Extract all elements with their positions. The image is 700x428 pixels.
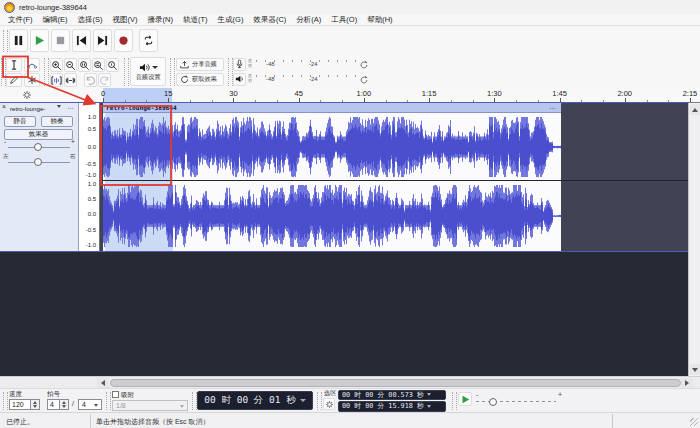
draw-tool-button[interactable]: [6, 73, 22, 87]
scroll-up-button[interactable]: [690, 104, 700, 115]
scale-label: 0.5: [88, 196, 96, 202]
skip-to-start-button[interactable]: [72, 29, 91, 52]
get-effects-button[interactable]: 获取效果: [176, 73, 224, 86]
zoom-fit-selection-button[interactable]: [78, 58, 91, 72]
snap-checkbox[interactable]: [112, 391, 119, 398]
audio-setup-button[interactable]: 音频设置: [130, 57, 166, 86]
selection-start-field[interactable]: 00 时 00 分 00.573 秒: [338, 390, 446, 401]
menu-item-0[interactable]: 文件(F): [3, 15, 38, 25]
timeline-ruler[interactable]: 01530451:001:151:301:452:002:15: [0, 88, 700, 103]
multi-tool-button[interactable]: [24, 73, 40, 87]
timesig-spinner[interactable]: [60, 399, 69, 410]
clip-menu-button[interactable]: …: [549, 104, 557, 110]
audio-track[interactable]: × retro-lounge- … 静音 独奏 效果器 - + 左 右 1.00…: [0, 103, 688, 251]
effects-button[interactable]: 效果器: [4, 129, 73, 140]
selection-end-field[interactable]: 00 时 00 分 15.918 秒: [338, 401, 446, 412]
ruler-tick-label: 0: [101, 89, 105, 98]
scroll-down-button[interactable]: [690, 364, 700, 375]
ruler-tick-minor: [603, 100, 604, 102]
play-button[interactable]: [30, 29, 49, 52]
envelope-tool-button[interactable]: [24, 58, 40, 72]
timesig-upper-input[interactable]: 4: [47, 399, 60, 410]
solo-button[interactable]: 独奏: [41, 116, 73, 127]
pan-slider-knob[interactable]: [34, 158, 42, 166]
gain-slider-knob[interactable]: [34, 143, 42, 151]
menu-item-3[interactable]: 视图(V): [108, 15, 143, 25]
redo-button[interactable]: [98, 73, 111, 87]
tempo-input[interactable]: 120: [9, 399, 31, 410]
menu-item-9[interactable]: 工具(O): [326, 15, 362, 25]
toolbar-grip[interactable]: [44, 58, 49, 86]
arrow-left-icon: [101, 380, 105, 386]
play-speed-slider-knob[interactable]: [489, 398, 497, 406]
menu-item-1[interactable]: 编辑(E): [38, 15, 73, 25]
recording-meter[interactable]: 左 右 -48 -24: [233, 58, 373, 72]
track-control-panel[interactable]: × retro-lounge- … 静音 独奏 效果器 - + 左 右: [0, 103, 79, 251]
loop-button[interactable]: [139, 29, 158, 52]
toolbar-grip[interactable]: [3, 392, 8, 410]
zoom-toggle-button[interactable]: [106, 58, 119, 72]
undo-button[interactable]: [84, 73, 97, 87]
share-audio-button[interactable]: 分享音频: [176, 58, 224, 71]
meter-db-label: -24: [309, 76, 317, 82]
gear-icon: [325, 400, 334, 409]
playback-meter[interactable]: 左 右 -48 -24: [233, 73, 373, 87]
scroll-left-button[interactable]: [97, 378, 109, 388]
scale-label: -1.0: [86, 172, 96, 178]
toolbar-grip[interactable]: [317, 392, 322, 410]
clip-header[interactable]: retro-lounge-389644 …: [103, 103, 561, 113]
menu-item-8[interactable]: 分析(A): [291, 15, 326, 25]
trim-audio-button[interactable]: [50, 73, 63, 87]
ruler-tick: [168, 98, 169, 102]
toolbar-grip[interactable]: [170, 58, 175, 86]
track-area[interactable]: × retro-lounge- … 静音 独奏 效果器 - + 左 右 1.00…: [0, 103, 700, 376]
menu-item-10[interactable]: 帮助(H): [362, 15, 397, 25]
menu-item-2[interactable]: 选择(S): [73, 15, 108, 25]
snap-select[interactable]: 1/8: [112, 400, 188, 411]
track-name[interactable]: retro-lounge-: [10, 105, 58, 112]
waveform-area[interactable]: retro-lounge-389644 …: [100, 103, 688, 251]
resize-grip[interactable]: [690, 418, 698, 426]
play-at-speed-button[interactable]: [458, 392, 472, 406]
tempo-spinner[interactable]: [31, 399, 40, 410]
selection-ibeam-icon: [9, 60, 19, 70]
redo-icon: [99, 75, 110, 86]
zoom-out-button[interactable]: [64, 58, 77, 72]
scrollbar-thumb[interactable]: [110, 379, 681, 387]
pause-button[interactable]: [9, 29, 28, 52]
record-meter-button[interactable]: [233, 58, 246, 71]
playback-meter-button[interactable]: [233, 73, 246, 86]
toolbar-grip[interactable]: [452, 392, 457, 410]
horizontal-scrollbar[interactable]: [0, 376, 700, 388]
toolbar-grip[interactable]: [124, 58, 129, 86]
menu-item-4[interactable]: 播录(N): [143, 15, 178, 25]
timeline-options-button[interactable]: [20, 89, 34, 101]
track-close-button[interactable]: ×: [2, 103, 6, 110]
track-menu-button[interactable]: …: [67, 104, 75, 110]
snap-label: 吸附: [121, 391, 134, 400]
toolbar-grip[interactable]: [3, 30, 8, 52]
audio-clip[interactable]: retro-lounge-389644 …: [103, 103, 561, 251]
vertical-ruler[interactable]: 1.00.50.0-0.5-1.01.00.50.0-0.5-1.0: [79, 103, 100, 251]
scroll-right-button[interactable]: [681, 378, 693, 388]
toolbar-grip[interactable]: [106, 392, 111, 410]
silence-audio-button[interactable]: [64, 73, 77, 87]
mute-button[interactable]: 静音: [4, 116, 36, 127]
timesig-lower-select[interactable]: 4: [78, 399, 102, 410]
audio-position-display[interactable]: 00 时 00 分 01 秒: [197, 391, 313, 410]
record-button[interactable]: [114, 29, 133, 52]
ruler-tick-label: 1:00: [357, 89, 372, 98]
stop-button[interactable]: [51, 29, 70, 52]
waveform-canvas[interactable]: [103, 113, 561, 251]
zoom-fit-project-button[interactable]: [92, 58, 105, 72]
menu-item-6[interactable]: 生成(G): [213, 15, 249, 25]
selection-options-button[interactable]: [323, 398, 335, 410]
zoom-in-button[interactable]: [50, 58, 63, 72]
vertical-scrollbar[interactable]: [688, 103, 700, 376]
selection-tool-button[interactable]: [6, 58, 22, 72]
pan-left-label: 左: [3, 153, 9, 160]
skip-to-end-button[interactable]: [93, 29, 112, 52]
menu-item-5[interactable]: 轨道(T): [178, 15, 213, 25]
chevron-down-icon: [300, 399, 306, 402]
menu-item-7[interactable]: 效果器(C): [248, 15, 291, 25]
